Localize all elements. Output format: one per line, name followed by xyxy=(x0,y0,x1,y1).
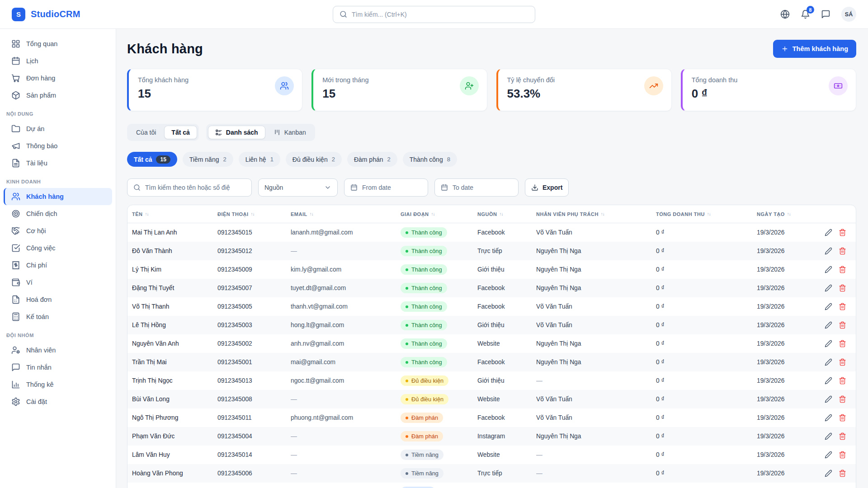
sidebar-item-lich[interactable]: Lịch xyxy=(4,52,112,70)
column-header-ngay-tao[interactable]: NGÀY TẠO↑↓ xyxy=(757,211,825,217)
sidebar-item-don-hang[interactable]: Đơn hàng xyxy=(4,70,112,87)
stage-pill-count: 1 xyxy=(270,156,274,163)
sidebar-item-nhan-vien[interactable]: Nhân viên xyxy=(4,342,112,359)
edit-button[interactable] xyxy=(825,395,832,403)
notifications-bell-icon[interactable]: 8 xyxy=(801,9,810,19)
sidebar-item-thong-ke[interactable]: Thống kê xyxy=(4,376,112,393)
sidebar-item-chien-dich[interactable]: Chiến dịch xyxy=(4,205,112,222)
to-date-input[interactable]: To date xyxy=(434,178,519,197)
sidebar-item-san-pham[interactable]: Sản phẩm xyxy=(4,87,112,104)
stage-pill-tiem-nang[interactable]: Tiềm năng2 xyxy=(183,152,233,167)
toggle-tat-ca[interactable]: Tất cả xyxy=(164,126,197,139)
add-customer-button[interactable]: Thêm khách hàng xyxy=(773,40,856,58)
stage-pill-tat-ca[interactable]: Tất cả15 xyxy=(127,152,177,167)
table-row[interactable]: Trương Văn Hải 0912345010 — Liên hệ Inst… xyxy=(127,483,856,488)
sidebar-item-chi-phi[interactable]: Chi phí xyxy=(4,257,112,274)
export-button[interactable]: Export xyxy=(525,178,569,197)
sidebar-item-cai-dat[interactable]: Cài đặt xyxy=(4,393,112,410)
sidebar-item-hoa-don[interactable]: Hoá đơn xyxy=(4,291,112,308)
calendar-icon xyxy=(11,56,20,66)
sidebar-item-thong-bao[interactable]: Thông báo xyxy=(4,137,112,155)
messages-icon[interactable] xyxy=(821,9,830,19)
table-row[interactable]: Phạm Văn Đức 0912345004 — Đàm phán Insta… xyxy=(127,427,856,446)
stage-pill-dam-phan[interactable]: Đàm phán2 xyxy=(347,152,397,167)
column-header-nhan-vien-phu-trach[interactable]: NHÂN VIÊN PHỤ TRÁCH↑↓ xyxy=(536,211,656,217)
customer-name: Nguyễn Văn Anh xyxy=(132,340,217,347)
customer-name: Trịnh Thị Ngọc xyxy=(132,377,217,384)
stage-dot xyxy=(406,398,408,401)
sort-icon: ↑↓ xyxy=(707,211,711,216)
sidebar-item-khach-hang[interactable]: Khách hàng xyxy=(4,188,112,205)
edit-button[interactable] xyxy=(825,469,832,477)
edit-button[interactable] xyxy=(825,358,832,366)
edit-button[interactable] xyxy=(825,284,832,292)
avatar[interactable]: SÁ xyxy=(841,7,856,22)
sidebar-item-ke-toan[interactable]: Kế toán xyxy=(4,308,112,325)
sidebar-item-cong-viec[interactable]: Công việc xyxy=(4,239,112,257)
table-row[interactable]: Trần Thị Mai 0912345001 mai@gmail.com Th… xyxy=(127,353,856,371)
table-search-input[interactable]: Tìm kiếm theo tên hoặc số điệ xyxy=(127,178,252,197)
delete-button[interactable] xyxy=(839,377,846,385)
table-row[interactable]: Hoàng Văn Phong 0912345006 — Tiềm năng T… xyxy=(127,464,856,483)
delete-button[interactable] xyxy=(839,284,846,292)
delete-button[interactable] xyxy=(839,303,846,310)
sidebar-item-co-hoi[interactable]: Cơ hội xyxy=(4,222,112,239)
table-row[interactable]: Lý Thị Kim 0912345009 kim.ly@gmail.com T… xyxy=(127,260,856,279)
delete-button[interactable] xyxy=(839,229,846,236)
column-header-email[interactable]: EMAIL↑↓ xyxy=(291,211,401,217)
sidebar-item-tong-quan[interactable]: Tổng quan xyxy=(4,35,112,52)
edit-button[interactable] xyxy=(825,340,832,347)
table-row[interactable]: Nguyễn Văn Anh 0912345002 anh.nv@gmail.c… xyxy=(127,334,856,353)
language-globe-icon[interactable] xyxy=(780,9,790,19)
source-select[interactable]: Nguồn xyxy=(258,178,338,197)
delete-button[interactable] xyxy=(839,432,846,440)
edit-button[interactable] xyxy=(825,303,832,310)
delete-button[interactable] xyxy=(839,266,846,273)
column-header-ten[interactable]: TÊN↑↓ xyxy=(132,211,217,217)
toggle-cua-toi[interactable]: Của tôi xyxy=(129,126,163,139)
toggle-danh-sach[interactable]: Danh sách xyxy=(208,126,265,139)
stage-pill-lien-he[interactable]: Liên hệ1 xyxy=(239,152,280,167)
edit-button[interactable] xyxy=(825,432,832,440)
brand[interactable]: S StudioCRM xyxy=(12,8,80,21)
edit-button[interactable] xyxy=(825,414,832,422)
from-date-input[interactable]: From date xyxy=(344,178,428,197)
row-actions xyxy=(825,266,852,273)
table-row[interactable]: Đặng Thị Tuyết 0912345007 tuyet.dt@gmail… xyxy=(127,279,856,297)
stage-pill-du-dieu-kien[interactable]: Đủ điều kiện2 xyxy=(286,152,342,167)
delete-button[interactable] xyxy=(839,469,846,477)
table-row[interactable]: Đỗ Văn Thành 0912345012 — Thành công Trự… xyxy=(127,242,856,260)
table-row[interactable]: Lê Thị Hồng 0912345003 hong.lt@gmail.com… xyxy=(127,316,856,334)
column-header-giai-doan[interactable]: GIAI ĐOẠN↑↓ xyxy=(401,211,477,217)
global-search-input[interactable]: Tìm kiếm... (Ctrl+K) xyxy=(333,6,535,23)
sidebar-item-tin-nhan[interactable]: Tin nhắn xyxy=(4,359,112,376)
edit-button[interactable] xyxy=(825,321,832,329)
delete-button[interactable] xyxy=(839,414,846,422)
delete-button[interactable] xyxy=(839,340,846,347)
column-header-nguon[interactable]: NGUỒN↑↓ xyxy=(477,211,536,217)
edit-button[interactable] xyxy=(825,247,832,255)
stage-pill-thanh-cong[interactable]: Thành công8 xyxy=(403,152,457,167)
table-row[interactable]: Bùi Văn Long 0912345008 — Đủ điều kiện W… xyxy=(127,390,856,408)
delete-button[interactable] xyxy=(839,395,846,403)
edit-button[interactable] xyxy=(825,377,832,385)
sidebar-item-tai-lieu[interactable]: Tài liệu xyxy=(4,155,112,172)
sidebar-item-du-an[interactable]: Dự án xyxy=(4,120,112,137)
table-row[interactable]: Võ Thị Thanh 0912345005 thanh.vt@gmail.c… xyxy=(127,297,856,316)
delete-button[interactable] xyxy=(839,451,846,459)
customer-phone: 0912345004 xyxy=(217,433,291,440)
delete-button[interactable] xyxy=(839,358,846,366)
column-header-dien-thoai[interactable]: ĐIỆN THOẠI↑↓ xyxy=(217,211,291,217)
table-row[interactable]: Ngô Thị Phương 0912345011 phuong.nt@gmai… xyxy=(127,408,856,427)
delete-button[interactable] xyxy=(839,247,846,255)
edit-button[interactable] xyxy=(825,266,832,273)
table-row[interactable]: Lâm Văn Huy 0912345014 — Tiềm năng Websi… xyxy=(127,446,856,464)
toggle-kanban[interactable]: Kanban xyxy=(266,126,313,139)
edit-button[interactable] xyxy=(825,451,832,459)
table-row[interactable]: Trịnh Thị Ngọc 0912345013 ngoc.tt@gmail.… xyxy=(127,371,856,390)
column-header-tong-doanh-thu[interactable]: TỔNG DOANH THU↑↓ xyxy=(656,211,757,217)
table-row[interactable]: Mai Thị Lan Anh 0912345015 lananh.mt@gma… xyxy=(127,223,856,242)
edit-button[interactable] xyxy=(825,229,832,236)
sidebar-item-vi[interactable]: Ví xyxy=(4,274,112,291)
delete-button[interactable] xyxy=(839,321,846,329)
